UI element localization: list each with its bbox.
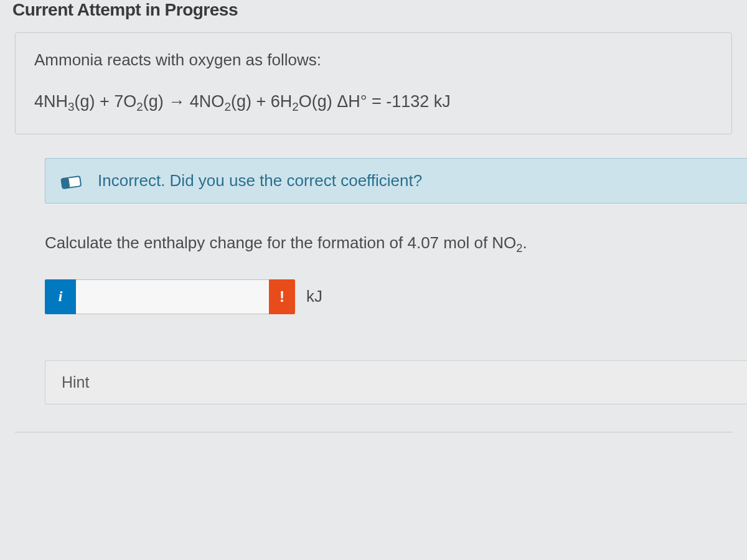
reaction-equation: 4NH3(g) + 7O2(g) → 4NO2(g) + 6H2O(g) ΔH°…: [34, 92, 713, 114]
answer-row: i ! kJ: [45, 279, 747, 314]
question-card: Ammonia reacts with oxygen as follows: 4…: [15, 32, 732, 134]
svg-rect-1: [61, 178, 70, 189]
prompt-sub: 2: [516, 243, 522, 255]
eq-part: 4NH: [34, 92, 68, 111]
feedback-banner: Incorrect. Did you use the correct coeff…: [45, 158, 747, 203]
eq-sub: 2: [136, 100, 143, 113]
info-icon[interactable]: i: [45, 279, 76, 314]
question-prompt: Calculate the enthalpy change for the fo…: [45, 233, 747, 255]
eq-sub: 2: [224, 100, 231, 113]
eq-sub: 2: [292, 100, 299, 113]
eq-part: (g) → 4NO: [143, 92, 225, 111]
hint-button[interactable]: Hint: [45, 360, 747, 404]
eq-part: (g) + 7O: [75, 92, 137, 111]
eq-part: (g) + 6H: [231, 92, 292, 111]
question-intro: Ammonia reacts with oxygen as follows:: [34, 50, 713, 70]
eq-sub: 3: [68, 100, 75, 113]
attempt-status-header: Current Attempt in Progress: [0, 0, 747, 26]
prompt-after: .: [522, 233, 527, 252]
eraser-icon: [59, 171, 84, 192]
prompt-before: Calculate the enthalpy change for the fo…: [45, 233, 516, 252]
divider: [15, 432, 732, 432]
feedback-text: Incorrect. Did you use the correct coeff…: [98, 171, 422, 190]
unit-label: kJ: [295, 279, 322, 314]
error-icon[interactable]: !: [269, 279, 295, 314]
answer-input[interactable]: [76, 279, 269, 314]
eq-part: O(g) ΔH° = -1132 kJ: [299, 92, 451, 111]
